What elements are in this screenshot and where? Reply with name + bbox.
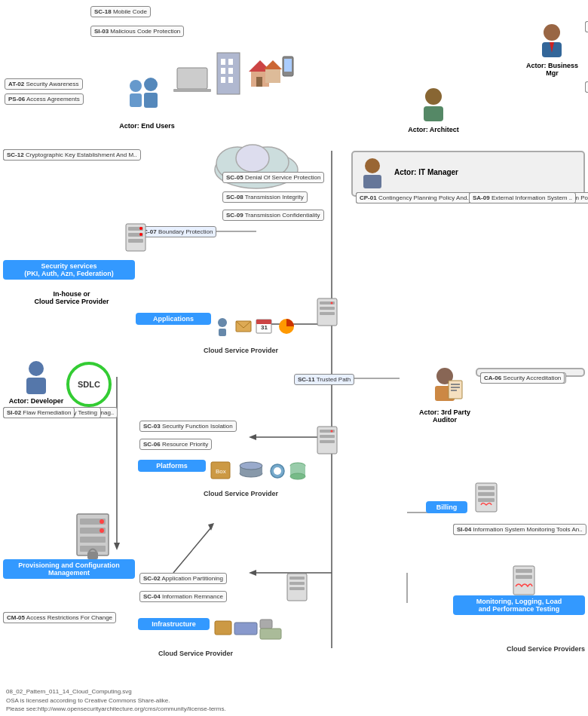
svg-rect-76	[260, 629, 281, 639]
svg-rect-86	[80, 537, 106, 543]
svg-text:31: 31	[261, 324, 268, 331]
billing-server	[475, 482, 498, 514]
svg-point-39	[236, 145, 269, 172]
svg-point-45	[139, 233, 142, 236]
app-icons: 31	[215, 315, 313, 339]
svg-rect-109	[516, 569, 532, 573]
svg-point-44	[139, 227, 142, 230]
svg-rect-97	[363, 175, 381, 188]
svg-rect-71	[320, 440, 335, 443]
csp-label-1: Cloud Service Provider	[204, 347, 278, 354]
svg-point-18	[144, 78, 158, 91]
svg-rect-31	[256, 77, 262, 87]
monitoring-server	[513, 565, 535, 597]
svg-point-64	[274, 467, 281, 475]
csp-label-4: Cloud Service Providers	[507, 645, 585, 653]
svg-rect-28	[228, 77, 233, 83]
server-provisioning	[75, 513, 117, 563]
svg-rect-79	[289, 582, 305, 585]
svg-rect-17	[130, 93, 142, 107]
monitoring-box: Monitoring, Logging, Load and Performanc…	[453, 595, 585, 615]
svg-rect-103	[451, 390, 457, 391]
server-icon-left	[124, 222, 147, 254]
svg-text:Box: Box	[216, 468, 226, 475]
svg-point-81	[29, 361, 44, 376]
svg-rect-110	[516, 575, 532, 579]
it-manager-panel: Actor: IT Manager AC-01 Access Control P…	[351, 151, 585, 197]
svg-point-94	[425, 88, 442, 105]
svg-rect-101	[451, 384, 460, 385]
developer-actor: Actor: Developer	[6, 358, 66, 405]
platforms-box: Platforms	[138, 460, 206, 472]
inhouse-label: In-house orCloud Service Provider	[23, 290, 121, 305]
svg-point-72	[331, 430, 333, 433]
svg-point-16	[130, 80, 142, 92]
svg-rect-43	[128, 239, 143, 243]
provisioning-box: Provisioning and Configuration Managemen…	[3, 559, 135, 579]
svg-rect-20	[177, 68, 207, 89]
svg-rect-95	[424, 106, 443, 121]
security-services-box: Security services (PKI, Auth, Azn, Feder…	[3, 260, 135, 280]
csp-label-3: Cloud Service Provider	[158, 650, 233, 657]
svg-marker-3	[249, 434, 256, 440]
svg-rect-19	[144, 93, 158, 108]
svg-rect-21	[173, 89, 211, 92]
svg-rect-24	[228, 59, 233, 65]
svg-point-96	[365, 158, 380, 173]
infrastructure-box: Infrastructure	[138, 618, 210, 630]
sdlc-circle: SDLC	[66, 362, 112, 407]
svg-point-62	[240, 462, 262, 470]
svg-point-46	[218, 318, 227, 327]
svg-rect-27	[221, 77, 225, 83]
auditor-actor: Actor: 3rd Party Auditor	[415, 366, 475, 424]
svg-rect-23	[221, 59, 225, 65]
svg-rect-73	[215, 621, 231, 635]
server-infra	[286, 573, 308, 603]
svg-rect-35	[284, 59, 292, 72]
svg-marker-5	[249, 570, 256, 576]
svg-rect-80	[289, 587, 305, 590]
svg-rect-75	[260, 620, 272, 629]
svg-rect-102	[451, 387, 460, 388]
svg-rect-56	[320, 312, 335, 315]
svg-rect-55	[320, 307, 335, 310]
svg-rect-47	[219, 329, 226, 336]
svg-point-57	[331, 302, 333, 304]
platform-icons: Box	[210, 458, 308, 486]
server-platforms	[317, 426, 338, 456]
diagram-container: SC-18 Mobile Code SI-03 Malicious Code P…	[0, 0, 588, 686]
end-users-actor: Actor: End Users	[117, 75, 177, 130]
svg-rect-105	[478, 486, 495, 490]
svg-point-67	[290, 473, 305, 479]
svg-marker-12	[208, 523, 214, 531]
server-apps	[317, 298, 338, 328]
svg-marker-32	[264, 60, 282, 69]
auditor-panel: CA-02 Security Assessments CA-04 Securit…	[476, 368, 585, 377]
infra-icons	[213, 617, 289, 644]
billing-box: Billing	[426, 501, 467, 513]
csp-label-2: Cloud Service Provider	[204, 490, 278, 497]
svg-rect-70	[320, 435, 335, 438]
applications-box: Applications	[136, 313, 211, 325]
business-mgr-actor: Actor: Business Mgr	[524, 23, 580, 77]
svg-rect-78	[289, 577, 305, 580]
svg-rect-90	[87, 552, 98, 559]
svg-rect-51	[256, 320, 271, 324]
buildings-icon	[173, 45, 294, 122]
svg-point-89	[100, 528, 104, 533]
architect-actor: Actor: Architect	[407, 87, 460, 133]
svg-rect-26	[228, 68, 233, 74]
svg-rect-25	[221, 68, 225, 74]
svg-rect-74	[234, 623, 257, 635]
svg-point-91	[544, 24, 560, 41]
svg-rect-106	[478, 492, 495, 496]
svg-rect-33	[265, 69, 280, 83]
footer: 08_02_Pattern_011_14_Cloud_Computing.svg…	[6, 687, 226, 713]
svg-rect-107	[478, 498, 495, 502]
svg-point-88	[100, 519, 104, 524]
cloud-icon	[207, 132, 305, 194]
svg-line-11	[173, 528, 211, 573]
svg-rect-82	[26, 378, 46, 394]
